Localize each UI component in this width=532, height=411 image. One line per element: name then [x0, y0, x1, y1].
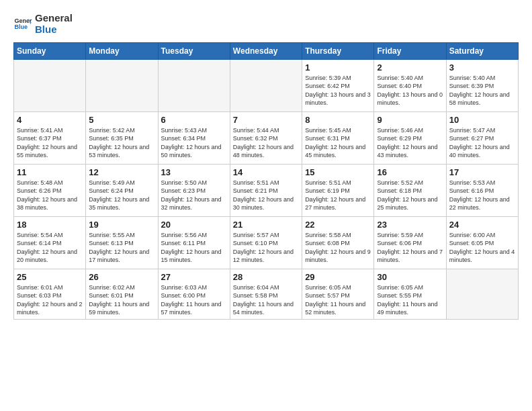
day-number: 13: [161, 167, 227, 177]
day-number: 8: [305, 115, 371, 125]
calendar-table: Sunday Monday Tuesday Wednesday Thursday…: [13, 42, 519, 320]
calendar-week-row: 4 Sunrise: 5:41 AMSunset: 6:37 PMDayligh…: [14, 111, 519, 164]
day-info: Sunrise: 5:41 AMSunset: 6:37 PMDaylight:…: [17, 127, 77, 159]
day-number: 23: [377, 220, 443, 230]
table-row: 14 Sunrise: 5:51 AMSunset: 6:21 PMDaylig…: [230, 164, 302, 216]
day-number: 24: [449, 220, 515, 230]
day-number: 25: [17, 272, 83, 282]
svg-text:Blue: Blue: [14, 24, 28, 31]
day-number: 27: [161, 272, 227, 282]
table-row: 10 Sunrise: 5:47 AMSunset: 6:27 PMDaylig…: [446, 111, 518, 164]
day-info: Sunrise: 5:52 AMSunset: 6:18 PMDaylight:…: [377, 179, 437, 212]
day-info: Sunrise: 6:05 AMSunset: 5:55 PMDaylight:…: [377, 284, 437, 316]
table-row: 24 Sunrise: 6:00 AMSunset: 6:05 PMDaylig…: [446, 216, 518, 269]
svg-text:General: General: [14, 17, 32, 24]
day-info: Sunrise: 5:55 AMSunset: 6:13 PMDaylight:…: [89, 232, 149, 264]
table-row: 15 Sunrise: 5:51 AMSunset: 6:19 PMDaylig…: [302, 164, 374, 216]
col-monday: Monday: [86, 42, 158, 59]
table-row: 7 Sunrise: 5:44 AMSunset: 6:32 PMDayligh…: [230, 111, 302, 164]
calendar-header-row: Sunday Monday Tuesday Wednesday Thursday…: [14, 42, 519, 59]
day-info: Sunrise: 5:45 AMSunset: 6:31 PMDaylight:…: [305, 127, 365, 159]
day-info: Sunrise: 5:44 AMSunset: 6:32 PMDaylight:…: [233, 127, 294, 159]
table-row: 22 Sunrise: 5:58 AMSunset: 6:08 PMDaylig…: [302, 216, 374, 269]
day-info: Sunrise: 5:51 AMSunset: 6:21 PMDaylight:…: [233, 179, 294, 212]
day-number: 6: [161, 115, 227, 125]
day-number: 16: [377, 167, 443, 177]
logo-blue: Blue: [35, 24, 73, 35]
table-row: 9 Sunrise: 5:46 AMSunset: 6:29 PMDayligh…: [374, 111, 446, 164]
table-row: 3 Sunrise: 5:40 AMSunset: 6:39 PMDayligh…: [446, 59, 518, 111]
day-number: 1: [305, 62, 371, 73]
day-info: Sunrise: 5:50 AMSunset: 6:23 PMDaylight:…: [161, 179, 222, 212]
day-number: 18: [17, 220, 83, 230]
table-row: 6 Sunrise: 5:43 AMSunset: 6:34 PMDayligh…: [158, 111, 230, 164]
table-row: 30 Sunrise: 6:05 AMSunset: 5:55 PMDaylig…: [374, 269, 446, 319]
table-row: 17 Sunrise: 5:53 AMSunset: 6:16 PMDaylig…: [446, 164, 518, 216]
day-number: 12: [89, 167, 154, 177]
col-sunday: Sunday: [14, 42, 86, 59]
table-row: 20 Sunrise: 5:56 AMSunset: 6:11 PMDaylig…: [158, 216, 230, 269]
day-info: Sunrise: 5:40 AMSunset: 6:39 PMDaylight:…: [449, 75, 510, 107]
table-row: [14, 59, 86, 111]
table-row: 18 Sunrise: 5:54 AMSunset: 6:14 PMDaylig…: [14, 216, 86, 269]
day-number: 11: [17, 167, 83, 177]
header: General Blue General Blue: [13, 12, 519, 36]
calendar-week-row: 11 Sunrise: 5:48 AMSunset: 6:26 PMDaylig…: [14, 164, 519, 216]
day-info: Sunrise: 5:46 AMSunset: 6:29 PMDaylight:…: [377, 127, 437, 159]
day-info: Sunrise: 5:57 AMSunset: 6:10 PMDaylight:…: [233, 232, 294, 264]
day-info: Sunrise: 5:49 AMSunset: 6:24 PMDaylight:…: [89, 179, 149, 212]
day-info: Sunrise: 5:42 AMSunset: 6:35 PMDaylight:…: [89, 127, 149, 159]
col-tuesday: Tuesday: [158, 42, 230, 59]
logo-icon: General Blue: [13, 14, 32, 33]
table-row: [158, 59, 230, 111]
day-number: 30: [377, 272, 443, 282]
table-row: 4 Sunrise: 5:41 AMSunset: 6:37 PMDayligh…: [14, 111, 86, 164]
day-info: Sunrise: 5:54 AMSunset: 6:14 PMDaylight:…: [17, 232, 77, 264]
table-row: 11 Sunrise: 5:48 AMSunset: 6:26 PMDaylig…: [14, 164, 86, 216]
day-number: 17: [449, 167, 515, 177]
day-number: 26: [89, 272, 154, 282]
day-info: Sunrise: 6:05 AMSunset: 5:57 PMDaylight:…: [305, 284, 365, 316]
table-row: 5 Sunrise: 5:42 AMSunset: 6:35 PMDayligh…: [86, 111, 158, 164]
day-info: Sunrise: 5:43 AMSunset: 6:34 PMDaylight:…: [161, 127, 222, 159]
page: General Blue General Blue Sunday Monday …: [0, 0, 532, 411]
col-saturday: Saturday: [446, 42, 518, 59]
calendar-week-row: 18 Sunrise: 5:54 AMSunset: 6:14 PMDaylig…: [14, 216, 519, 269]
day-info: Sunrise: 6:03 AMSunset: 6:00 PMDaylight:…: [161, 284, 222, 316]
table-row: 19 Sunrise: 5:55 AMSunset: 6:13 PMDaylig…: [86, 216, 158, 269]
day-number: 3: [449, 62, 515, 73]
table-row: 29 Sunrise: 6:05 AMSunset: 5:57 PMDaylig…: [302, 269, 374, 319]
day-info: Sunrise: 6:02 AMSunset: 6:01 PMDaylight:…: [89, 284, 149, 316]
table-row: 13 Sunrise: 5:50 AMSunset: 6:23 PMDaylig…: [158, 164, 230, 216]
calendar-week-row: 25 Sunrise: 6:01 AMSunset: 6:03 PMDaylig…: [14, 269, 519, 319]
table-row: [86, 59, 158, 111]
day-number: 15: [305, 167, 371, 177]
day-info: Sunrise: 5:47 AMSunset: 6:27 PMDaylight:…: [449, 127, 510, 159]
table-row: [446, 269, 518, 319]
day-number: 2: [377, 62, 443, 73]
table-row: 1 Sunrise: 5:39 AMSunset: 6:42 PMDayligh…: [302, 59, 374, 111]
col-thursday: Thursday: [302, 42, 374, 59]
table-row: 28 Sunrise: 6:04 AMSunset: 5:58 PMDaylig…: [230, 269, 302, 319]
day-info: Sunrise: 5:59 AMSunset: 6:06 PMDaylight:…: [377, 232, 443, 264]
day-info: Sunrise: 5:58 AMSunset: 6:08 PMDaylight:…: [305, 232, 371, 264]
logo-general: General: [35, 12, 73, 24]
day-info: Sunrise: 5:51 AMSunset: 6:19 PMDaylight:…: [305, 179, 365, 212]
table-row: 23 Sunrise: 5:59 AMSunset: 6:06 PMDaylig…: [374, 216, 446, 269]
day-info: Sunrise: 6:01 AMSunset: 6:03 PMDaylight:…: [17, 284, 83, 316]
day-number: 4: [17, 115, 83, 125]
day-number: 29: [305, 272, 371, 282]
logo: General Blue General Blue: [13, 12, 73, 36]
table-row: 26 Sunrise: 6:02 AMSunset: 6:01 PMDaylig…: [86, 269, 158, 319]
day-info: Sunrise: 5:56 AMSunset: 6:11 PMDaylight:…: [161, 232, 222, 264]
table-row: 12 Sunrise: 5:49 AMSunset: 6:24 PMDaylig…: [86, 164, 158, 216]
day-info: Sunrise: 6:00 AMSunset: 6:05 PMDaylight:…: [449, 232, 515, 264]
day-number: 20: [161, 220, 227, 230]
day-number: 19: [89, 220, 154, 230]
day-number: 22: [305, 220, 371, 230]
table-row: 2 Sunrise: 5:40 AMSunset: 6:40 PMDayligh…: [374, 59, 446, 111]
day-number: 14: [233, 167, 299, 177]
table-row: 21 Sunrise: 5:57 AMSunset: 6:10 PMDaylig…: [230, 216, 302, 269]
col-friday: Friday: [374, 42, 446, 59]
day-number: 28: [233, 272, 299, 282]
